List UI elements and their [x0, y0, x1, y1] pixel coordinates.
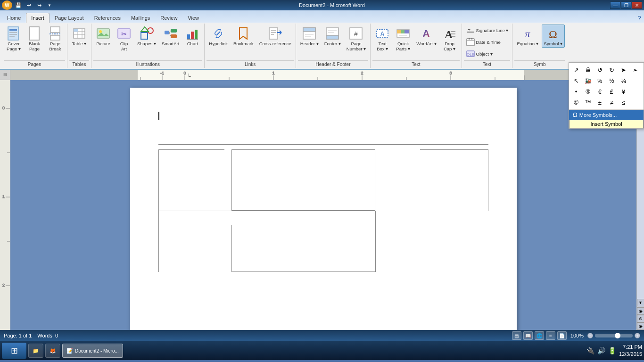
- sym-cell-13[interactable]: •: [571, 86, 581, 97]
- sym-cell-16[interactable]: £: [606, 86, 617, 97]
- tab-review[interactable]: Review: [155, 12, 182, 23]
- next-page-button[interactable]: ◉: [637, 322, 644, 330]
- volume-icon[interactable]: 🔊: [597, 347, 605, 354]
- print-layout-view[interactable]: ▤: [512, 331, 521, 340]
- ruler-corner[interactable]: ⊞: [0, 70, 10, 80]
- hyperlink-button[interactable]: Hyperlink: [206, 25, 230, 48]
- zoom-slider[interactable]: [595, 334, 633, 337]
- signature-line-button[interactable]: ✒ Signature Line ▾: [464, 25, 511, 36]
- equation-button[interactable]: π Equation ▾: [514, 25, 540, 48]
- close-button[interactable]: ✕: [632, 1, 642, 9]
- sym-cell-23[interactable]: ≤: [619, 97, 629, 107]
- file-explorer-icon: 📁: [33, 348, 39, 354]
- system-clock[interactable]: 7:21 PM 12/3/2015: [619, 344, 642, 358]
- sym-cell-14[interactable]: ®: [583, 86, 593, 97]
- sym-cell-7[interactable]: ↖: [571, 75, 581, 86]
- network-icon[interactable]: 🔌: [586, 347, 594, 354]
- quick-access-dropdown[interactable]: ▼: [45, 1, 54, 9]
- sym-cell-5[interactable]: ➤: [619, 65, 629, 75]
- smartart-button[interactable]: SmartArt: [159, 25, 182, 48]
- full-reading-view[interactable]: 📖: [523, 331, 533, 340]
- chart-button[interactable]: Chart: [182, 25, 202, 48]
- tab-page-layout[interactable]: Page Layout: [50, 12, 89, 23]
- shapes-button[interactable]: Shapes ▾: [135, 25, 158, 48]
- sym-cell-11[interactable]: ¼: [619, 75, 629, 86]
- web-layout-view[interactable]: 🌐: [535, 331, 544, 340]
- quick-parts-button[interactable]: Quick Parts ▾: [393, 25, 413, 53]
- start-button[interactable]: ⊞: [2, 343, 26, 359]
- object-button[interactable]: OLE Object ▾: [464, 48, 495, 59]
- page-number-button[interactable]: # Page Number ▾: [344, 25, 368, 53]
- picture-button[interactable]: Picture: [93, 25, 113, 48]
- sym-cell-24[interactable]: [630, 97, 641, 107]
- help-button[interactable]: ?: [635, 13, 644, 23]
- sym-cell-3[interactable]: ↺: [594, 65, 605, 75]
- minimize-button[interactable]: —: [610, 1, 620, 9]
- cover-page-button[interactable]: Cover Page ▾: [4, 25, 24, 53]
- text-box-button[interactable]: A Text Box ▾: [372, 25, 392, 53]
- sym-cell-10[interactable]: ½: [606, 75, 617, 86]
- svg-rect-55: [405, 30, 409, 33]
- text-group-label: Text: [372, 60, 459, 67]
- zoom-in-button[interactable]: +: [635, 333, 640, 338]
- sym-cell-21[interactable]: ±: [594, 97, 605, 107]
- sym-cell-22[interactable]: ≠: [606, 97, 617, 107]
- sym-cell-9[interactable]: ¾: [594, 75, 605, 86]
- status-right: ▤ 📖 🌐 ≡ 📄 100% − +: [512, 331, 640, 340]
- shapes-icon: [139, 26, 154, 41]
- sym-cell-6[interactable]: ➢: [630, 65, 641, 75]
- quick-access-undo[interactable]: ↩: [25, 1, 33, 9]
- svg-line-32: [216, 32, 220, 35]
- bookmark-button[interactable]: Bookmark: [231, 25, 256, 48]
- prev-page-button[interactable]: ◉: [637, 307, 644, 315]
- scroll-down-button[interactable]: ▼: [637, 299, 644, 306]
- tab-view[interactable]: View: [182, 12, 204, 23]
- more-symbols-button[interactable]: Ω More Symbols...: [569, 109, 644, 120]
- battery-icon[interactable]: 🔋: [608, 347, 616, 354]
- office-logo[interactable]: W: [2, 0, 12, 10]
- symbol-button[interactable]: Ω Symbol ▾: [542, 25, 565, 48]
- wordart-button[interactable]: A WordArt ▾: [414, 25, 438, 48]
- sym-cell-8[interactable]: 🚂: [583, 75, 593, 86]
- tab-home[interactable]: Home: [2, 12, 26, 23]
- sym-cell-15[interactable]: €: [594, 86, 605, 97]
- svg-rect-94: [0, 92, 10, 319]
- select-browse-button[interactable]: ⊙: [637, 315, 644, 322]
- tab-insert[interactable]: Insert: [26, 13, 50, 23]
- date-time-button[interactable]: Date & Time: [464, 36, 503, 48]
- footer-button[interactable]: Footer ▾: [322, 25, 343, 48]
- restore-button[interactable]: ❐: [621, 1, 631, 9]
- taskbar-firefox[interactable]: 🦊: [45, 344, 60, 358]
- cross-reference-button[interactable]: Cross-reference: [257, 25, 294, 48]
- drop-cap-button[interactable]: A Drop Cap ▾: [440, 25, 460, 53]
- quick-access-redo[interactable]: ↪: [35, 1, 43, 9]
- outline-view[interactable]: ≡: [546, 331, 555, 340]
- tab-references[interactable]: References: [89, 12, 126, 23]
- sym-cell-20[interactable]: ™: [583, 97, 593, 107]
- header-button[interactable]: Header ▾: [298, 25, 321, 48]
- text-small-group-label: Text: [464, 60, 511, 67]
- zoom-out-button[interactable]: −: [587, 333, 593, 338]
- draft-view[interactable]: 📄: [557, 331, 567, 340]
- taskbar-word[interactable]: 📝 Document2 - Micro...: [62, 344, 123, 358]
- sym-cell-12[interactable]: [630, 75, 641, 86]
- sym-cell-2[interactable]: 🏛: [583, 65, 593, 75]
- sym-cell-18[interactable]: [630, 86, 641, 97]
- sym-cell-17[interactable]: ¥: [619, 86, 629, 97]
- quick-access-save[interactable]: 💾: [14, 1, 23, 9]
- sym-cell-1[interactable]: ↗: [571, 65, 581, 75]
- word-icon: 📝: [66, 348, 73, 354]
- page-break-icon: [48, 26, 63, 41]
- taskbar-file-explorer[interactable]: 📁: [28, 344, 43, 358]
- sym-cell-4[interactable]: ↻: [606, 65, 617, 75]
- clipart-button[interactable]: ✂ Clip Art: [114, 25, 134, 53]
- document-scroll-area[interactable]: [10, 80, 636, 330]
- ribbon-group-illustrations-content: Picture ✂ Clip Art Shapes ▾ SmartArt: [93, 25, 202, 59]
- page-break-button[interactable]: Page Break: [45, 25, 65, 53]
- tab-mailings[interactable]: Mailings: [126, 12, 155, 23]
- sym-cell-19[interactable]: ©: [571, 97, 581, 107]
- chart-label: Chart: [187, 41, 198, 46]
- blank-page-button[interactable]: Blank Page: [25, 25, 44, 53]
- table-button[interactable]: Table ▾: [69, 25, 89, 48]
- cursor-area[interactable]: [158, 111, 488, 121]
